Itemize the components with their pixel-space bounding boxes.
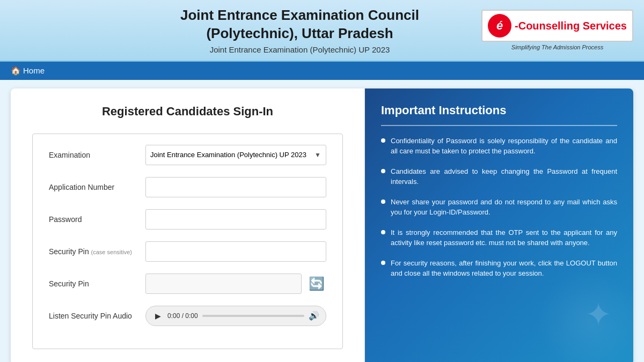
form-inner: Examination Joint Entrance Examination (… [32,134,343,349]
password-row: Password [49,209,326,230]
subtitle: Joint Entrance Examination (Polytechnic)… [118,45,481,54]
security-pin-label: Security Pin (case sensitive) [49,247,145,256]
security-pin-input-row: Security Pin (case sensitive) [49,241,326,262]
bullet-icon [381,230,385,234]
audio-progress-bar[interactable] [202,315,304,317]
security-pin-input[interactable] [145,241,326,262]
security-pin-image-row: Security Pin 🔄 [49,274,326,294]
case-note: (case sensitive) [91,249,132,255]
play-button[interactable]: ▶ [152,311,163,321]
header-title-block: Joint Entrance Examination Council (Poly… [118,6,481,54]
instruction-item: For security reasons, after finishing yo… [381,258,617,279]
listen-label: Listen Security Pin Audio [49,312,145,320]
header-logo: é -Counselling Services Simplifying The … [481,10,633,50]
instruction-item: Confidentiality of Password is solely re… [381,136,617,157]
signin-panel: Registered Candidates Sign-In Examinatio… [11,88,365,362]
sparkle-decoration: ✦ [585,295,612,333]
logo-box: é -Counselling Services [481,10,633,42]
bullet-icon [381,200,385,204]
header: Joint Entrance Examination Council (Poly… [0,0,644,62]
examination-select-wrapper: Joint Entrance Examination (Polytechnic)… [145,145,326,165]
nav-bar: 🏠 Home [0,62,644,80]
password-input[interactable] [145,209,326,230]
instruction-item: It is strongly recommended that the OTP … [381,227,617,248]
main-content: Registered Candidates Sign-In Examinatio… [0,80,644,362]
bullet-icon [381,261,385,265]
examination-label: Examination [49,151,145,159]
home-label: Home [23,66,45,75]
audio-time: 0:00 / 0:00 [167,312,198,320]
application-number-input[interactable] [145,177,326,197]
refresh-icon[interactable]: 🔄 [307,274,326,293]
bullet-icon [381,169,385,173]
volume-icon[interactable]: 🔊 [309,311,319,321]
instructions-panel: Important Instructions Confidentiality o… [365,88,633,362]
listen-audio-row: Listen Security Pin Audio ▶ 0:00 / 0:00 … [49,306,326,326]
instruction-item: Candidates are advised to keep changing … [381,166,617,187]
instructions-list: Confidentiality of Password is solely re… [381,136,617,279]
application-number-label: Application Number [49,183,145,191]
form-card: Registered Candidates Sign-In Examinatio… [11,88,633,362]
bullet-icon [381,138,385,143]
home-icon: 🏠 [11,66,21,76]
instruction-item: Never share your password and do not res… [381,197,617,218]
main-title: Joint Entrance Examination Council (Poly… [118,6,481,43]
password-label: Password [49,215,145,224]
logo-subtext: Simplifying The Admission Process [511,44,603,50]
instructions-divider [381,125,617,126]
examination-row: Examination Joint Entrance Examination (… [49,145,326,165]
security-pin-image-label: Security Pin [49,279,145,288]
examination-select[interactable]: Joint Entrance Examination (Polytechnic)… [145,145,326,165]
home-link[interactable]: 🏠 Home [11,66,45,76]
security-pin-image-area: 🔄 [145,274,326,294]
logo-text: -Counselling Services [515,20,627,32]
audio-player: ▶ 0:00 / 0:00 🔊 [145,306,326,326]
instructions-title: Important Instructions [381,104,617,117]
application-number-row: Application Number [49,177,326,197]
logo-icon: é [488,14,511,38]
signin-title: Registered Candidates Sign-In [32,105,343,119]
